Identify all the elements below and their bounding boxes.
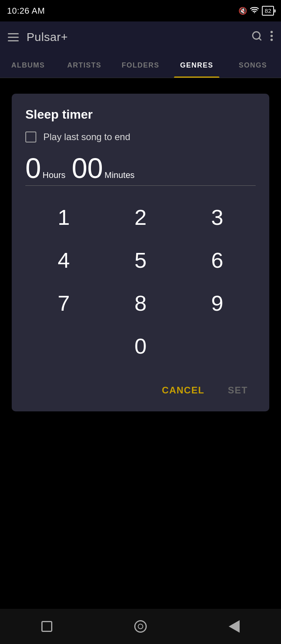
status-bar: 10:26 AM 🔇 82: [0, 0, 281, 21]
tab-genres[interactable]: GENRES: [169, 53, 225, 78]
battery-level: 82: [265, 7, 271, 14]
back-button[interactable]: [222, 615, 246, 638]
time-display: 0 Hours 00 Minutes: [25, 154, 256, 182]
app-bar-actions: [251, 30, 273, 44]
status-icons: 🔇 82: [238, 6, 274, 16]
numpad: 1 2 3 4 5 6 7 8 9 0: [25, 196, 256, 367]
square-icon: [41, 621, 52, 632]
svg-point-3: [270, 31, 273, 33]
tab-folders[interactable]: FOLDERS: [112, 53, 169, 78]
mute-icon: 🔇: [238, 7, 247, 15]
circle-icon: [134, 620, 147, 633]
hours-value: 0: [25, 154, 41, 182]
minutes-value: 00: [72, 154, 103, 182]
tab-bar: ALBUMS ARTISTS FOLDERS GENRES SONGS: [0, 53, 281, 78]
app-title: Pulsar+: [27, 30, 251, 44]
num-8[interactable]: 8: [102, 281, 179, 324]
dialog-title: Sleep timer: [25, 107, 256, 122]
num-7[interactable]: 7: [25, 281, 102, 324]
set-button[interactable]: SET: [220, 379, 256, 402]
app-bar: Pulsar+: [0, 21, 281, 53]
time-divider: [25, 185, 256, 186]
bottom-nav: [0, 609, 281, 644]
more-options-icon[interactable]: [270, 30, 273, 44]
minutes-label: Minutes: [105, 170, 135, 180]
page-content: Sleep timer Play last song to end 0 Hour…: [0, 78, 281, 609]
status-time: 10:26 AM: [7, 6, 45, 16]
num-5[interactable]: 5: [102, 238, 179, 281]
menu-button[interactable]: [8, 33, 19, 41]
search-icon[interactable]: [251, 30, 262, 44]
wifi-icon: [250, 6, 259, 15]
svg-point-5: [270, 39, 273, 41]
square-button[interactable]: [35, 615, 59, 638]
home-button[interactable]: [129, 615, 152, 638]
back-icon: [229, 620, 240, 633]
cancel-button[interactable]: CANCEL: [154, 379, 212, 402]
play-last-song-checkbox[interactable]: [25, 132, 36, 142]
svg-point-4: [270, 35, 273, 37]
tab-songs[interactable]: SONGS: [225, 53, 281, 78]
checkbox-row: Play last song to end: [25, 132, 256, 142]
tab-artists[interactable]: ARTISTS: [56, 53, 112, 78]
num-1[interactable]: 1: [25, 196, 102, 238]
num-0[interactable]: 0: [102, 324, 179, 367]
dialog-overlay: Sleep timer Play last song to end 0 Hour…: [0, 78, 281, 609]
battery-indicator: 82: [262, 6, 274, 16]
sleep-timer-dialog: Sleep timer Play last song to end 0 Hour…: [12, 94, 269, 411]
dialog-actions: CANCEL SET: [25, 375, 256, 402]
num-4[interactable]: 4: [25, 238, 102, 281]
hours-label: Hours: [43, 170, 66, 180]
svg-line-2: [259, 38, 261, 40]
num-3[interactable]: 3: [179, 196, 256, 238]
num-9[interactable]: 9: [179, 281, 256, 324]
svg-point-0: [254, 12, 255, 13]
num-6[interactable]: 6: [179, 238, 256, 281]
tab-albums[interactable]: ALBUMS: [0, 53, 56, 78]
checkbox-label: Play last song to end: [43, 132, 130, 142]
num-2[interactable]: 2: [102, 196, 179, 238]
